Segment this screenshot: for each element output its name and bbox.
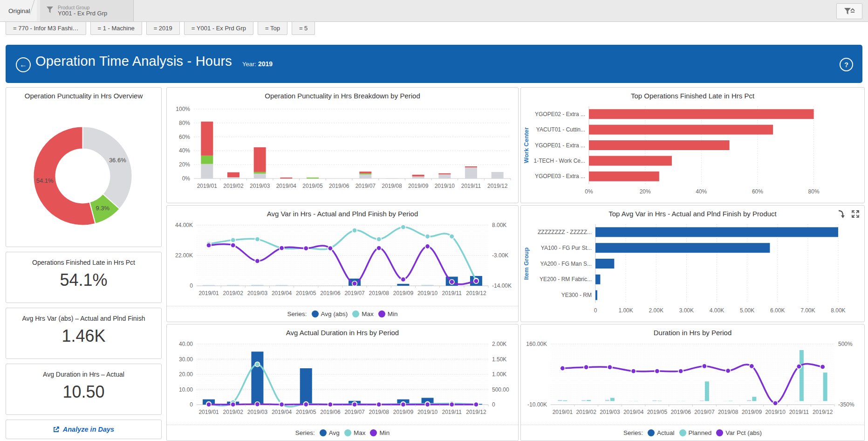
svg-text:YA100 - FG Pur St...: YA100 - FG Pur St... <box>541 245 592 251</box>
legend-item[interactable]: Var Pct (abs) <box>716 429 762 436</box>
funnel-collapse-icon <box>843 7 855 16</box>
svg-text:80%: 80% <box>179 120 190 126</box>
svg-text:2019/08: 2019/08 <box>718 409 738 415</box>
year-value: 2019 <box>258 60 273 68</box>
svg-text:YGOPE02 - Extra ...: YGOPE02 - Extra ... <box>535 111 585 117</box>
svg-text:8.00K: 8.00K <box>831 307 845 314</box>
card-punctuality-overview: Operation Punctuality in Hrs Overview 36… <box>6 87 162 247</box>
svg-text:2019/12: 2019/12 <box>813 409 833 415</box>
svg-text:500.00: 500.00 <box>492 386 509 393</box>
svg-text:2019/10: 2019/10 <box>435 183 455 189</box>
legend-dot-icon <box>344 429 351 436</box>
legend-label: Avg (abs) <box>321 310 348 317</box>
svg-text:2.00K: 2.00K <box>649 307 663 314</box>
filter-collapse-button[interactable] <box>836 3 862 19</box>
legend-item[interactable]: Max <box>352 310 374 317</box>
legend-item[interactable]: Min <box>378 310 398 317</box>
legend-label: Max <box>354 429 366 436</box>
svg-text:54.1%: 54.1% <box>36 177 54 184</box>
legend-item[interactable]: Max <box>344 429 366 436</box>
tab-value-label: Y001 - Ex Prd Grp <box>58 10 107 17</box>
svg-text:1.00K: 1.00K <box>618 307 633 314</box>
legend-item[interactable]: Avg <box>320 429 340 436</box>
chart-legend: Series:ActualPlannedVar Pct (abs) <box>521 425 864 441</box>
svg-text:40.00: 40.00 <box>179 341 193 347</box>
svg-text:2019/03: 2019/03 <box>247 409 268 415</box>
chart-title: Avg Actual Duration in Hrs by Period <box>167 324 518 337</box>
svg-text:2019/01: 2019/01 <box>198 290 219 296</box>
svg-text:2019/12: 2019/12 <box>466 290 486 296</box>
svg-text:4.00K: 4.00K <box>710 307 724 314</box>
legend-item[interactable]: Planned <box>679 429 712 436</box>
kpi-label: Operations Finished Late in Hrs Pct <box>6 252 161 266</box>
svg-text:5.00K: 5.00K <box>740 307 754 314</box>
kpi-value: 1.46K <box>6 326 161 346</box>
svg-text:0: 0 <box>594 307 597 314</box>
svg-text:2019/03: 2019/03 <box>250 183 270 189</box>
card-kpi-avg-duration: Avg Duration in Hrs – Actual 10.50 <box>6 364 162 415</box>
legend-label: Planned <box>689 429 712 436</box>
card-kpi-late-pct: Operations Finished Late in Hrs Pct 54.1… <box>6 252 162 303</box>
svg-text:ZZZZZZZZ - ZZZZZ...: ZZZZZZZZ - ZZZZZ... <box>538 229 592 235</box>
svg-text:10.00: 10.00 <box>179 386 193 393</box>
svg-text:2019/09: 2019/09 <box>393 290 414 296</box>
expand-icon <box>851 210 860 218</box>
filter-chip-type[interactable]: = 1 - Machine <box>90 22 142 35</box>
legend-dot-icon <box>378 310 385 317</box>
filter-chip-year[interactable]: = 2019 <box>146 22 180 35</box>
legend-item[interactable]: Min <box>370 429 390 436</box>
legend-item[interactable]: Avg (abs) <box>312 310 348 317</box>
drilldown-button[interactable] <box>837 209 846 219</box>
legend-dot-icon <box>716 429 723 436</box>
svg-text:7.00K: 7.00K <box>800 307 815 314</box>
legend-dot-icon <box>352 310 359 317</box>
svg-text:1-TECH - Work Ce...: 1-TECH - Work Ce... <box>534 158 585 164</box>
svg-text:0%: 0% <box>585 188 593 195</box>
top-late-hbar-chart[interactable]: 0%20%40%60%80%YGOPE02 - Extra ...YACUT01… <box>521 101 864 201</box>
svg-text:2019/11: 2019/11 <box>461 183 481 189</box>
filter-chip-top-n[interactable]: = 5 <box>292 22 315 35</box>
svg-text:2019/12: 2019/12 <box>466 409 486 415</box>
expand-button[interactable] <box>851 210 860 218</box>
tab-category-label: Product Group <box>58 5 107 10</box>
analyze-in-days-link[interactable]: Analyze in Days <box>6 420 162 439</box>
legend-label: Avg <box>329 429 340 436</box>
svg-text:2019/07: 2019/07 <box>344 409 365 415</box>
legend-dot-icon <box>648 429 655 436</box>
svg-text:2019/08: 2019/08 <box>369 409 390 415</box>
page-header: ← Operation Time Analysis - Hours Year:2… <box>6 45 862 83</box>
svg-text:2.00K: 2.00K <box>492 341 506 347</box>
legend-item[interactable]: Actual <box>648 429 675 436</box>
filter-chip-product-group[interactable]: = Y001 - Ex Prd Grp <box>184 22 253 35</box>
legend-prefix: Series: <box>295 429 315 436</box>
svg-text:2019/01: 2019/01 <box>553 409 573 415</box>
top-avg-var-hbar-chart[interactable]: 01.00K2.00K3.00K4.00K5.00K6.00K7.00K8.00… <box>521 219 864 320</box>
svg-text:100%: 100% <box>176 106 190 112</box>
kpi-label: Avg Duration in Hrs – Actual <box>6 364 161 378</box>
svg-text:22.00K: 22.00K <box>175 252 193 259</box>
tab-product-group[interactable]: Product Group Y001 - Ex Prd Grp <box>40 0 134 21</box>
card-breakdown-by-period: Operation Punctuality in Hrs Breakdown b… <box>166 87 519 203</box>
avg-var-combo-chart[interactable]: 022.00K44.00K-14.00K-3.00K8.00K2019/0120… <box>167 219 518 306</box>
filter-chip-facility[interactable]: = 770 - Infor M3 Fashi… <box>6 22 86 35</box>
legend-label: Max <box>362 310 374 317</box>
svg-text:2019/07: 2019/07 <box>344 290 365 296</box>
filter-chip-top[interactable]: = Top <box>258 22 287 35</box>
help-button[interactable]: ? <box>840 58 853 71</box>
svg-text:80%: 80% <box>808 188 820 195</box>
avg-duration-combo-chart[interactable]: 010.0020.0030.0040.000500.001.00K1.50K2.… <box>167 338 518 425</box>
chart-title: Top Operations Finished Late in Hrs Pct <box>521 88 864 100</box>
funnel-icon <box>46 6 54 16</box>
svg-text:YGOPE01 - Extra ...: YGOPE01 - Extra ... <box>535 142 585 149</box>
duration-combo-chart[interactable]: -10.00K160.00K-350%500%2019/012019/02201… <box>521 338 864 425</box>
breakdown-stacked-bar-chart[interactable]: 0%20%40%60%80%100%2019/012019/022019/032… <box>167 101 518 201</box>
back-button[interactable]: ← <box>16 57 31 72</box>
svg-text:-14.00K: -14.00K <box>492 283 512 289</box>
svg-text:0%: 0% <box>182 175 191 182</box>
card-top-avg-var-product: Top Avg Var in Hrs - Actual and Plnd Fin… <box>520 205 865 322</box>
kpi-value: 54.1% <box>6 270 161 290</box>
svg-text:2019/05: 2019/05 <box>296 409 316 415</box>
filter-chip-row: = 770 - Infor M3 Fashi… = 1 - Machine = … <box>6 22 315 35</box>
punctuality-donut-chart[interactable]: 36.6%9.3%54.1% <box>6 102 161 245</box>
svg-text:2019/12: 2019/12 <box>487 183 508 189</box>
